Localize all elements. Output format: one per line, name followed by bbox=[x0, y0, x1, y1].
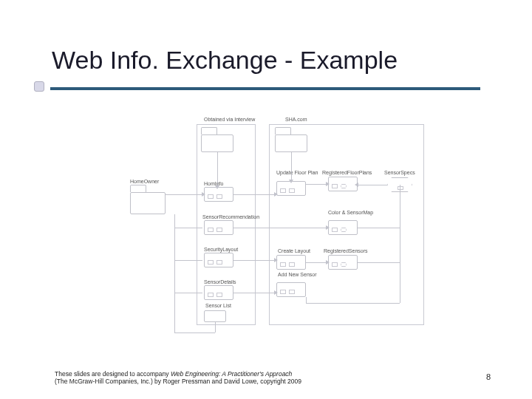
line-update-regfp bbox=[306, 184, 327, 185]
line-int-hom bbox=[217, 152, 218, 186]
homeowner-tab bbox=[130, 185, 146, 192]
line-ho-hom bbox=[166, 194, 202, 195]
footer-credit: These slides are designed to accompany W… bbox=[55, 370, 301, 386]
security-layout-label: SecurityLayout bbox=[204, 247, 238, 252]
update-fp-box bbox=[276, 181, 306, 196]
sha-label: SHA.com bbox=[285, 117, 307, 122]
sensor-specs-label: SensorSpecs bbox=[384, 170, 415, 175]
interview-tab bbox=[201, 127, 217, 134]
page-number: 8 bbox=[486, 372, 491, 381]
info-exchange-diagram: Obtained via Interview SHA.com HomeOwner… bbox=[130, 111, 433, 340]
reg-sensors-label: RegisteredSensors bbox=[324, 248, 368, 253]
line-ho-det bbox=[174, 293, 202, 293]
line-sha-update bbox=[291, 152, 292, 180]
line-ho-reco bbox=[174, 228, 202, 228]
hominfo-box bbox=[204, 187, 233, 202]
homeowner-label: HomeOwner bbox=[130, 179, 159, 184]
sensor-details-label: SensorDetails bbox=[204, 279, 236, 284]
title-rule bbox=[50, 87, 480, 90]
color-sensor-label: Color & SensorMap bbox=[328, 210, 373, 215]
update-fp-label: Update Floor Plan bbox=[276, 170, 318, 175]
reg-sensors-box bbox=[328, 255, 358, 270]
footer-line1b: Web Engineering: A Practitioner's Approa… bbox=[171, 370, 292, 378]
line-add-v bbox=[306, 297, 307, 303]
page-title: Web Info. Exchange - Example bbox=[52, 46, 398, 75]
obtained-label: Obtained via Interview bbox=[204, 117, 255, 122]
decorative-bullet bbox=[34, 81, 44, 92]
homeowner-box bbox=[130, 192, 166, 214]
sensor-details-box bbox=[204, 285, 233, 300]
security-layout-box bbox=[204, 253, 233, 267]
line-hom-update bbox=[233, 194, 275, 195]
sha-actor-box bbox=[275, 134, 307, 152]
sensor-list-box bbox=[204, 310, 226, 322]
line-specs-regfp bbox=[358, 185, 387, 185]
line-reco-color bbox=[233, 228, 327, 228]
footer-line1a: These slides are designed to accompany bbox=[55, 370, 171, 378]
line-list-v bbox=[215, 322, 216, 332]
add-sensor-label: Add New Sensor bbox=[278, 272, 317, 277]
line-create-regsens bbox=[306, 262, 327, 263]
footer-line2: (The McGraw-Hill Companies, Inc.) by Rog… bbox=[55, 378, 301, 385]
line-ho-list-h bbox=[174, 332, 215, 333]
line-specs-v bbox=[400, 185, 400, 303]
hominfo-label: HomInfo bbox=[204, 181, 223, 186]
line-add-specs bbox=[306, 303, 400, 304]
reg-floor-plans-box bbox=[328, 177, 358, 191]
line-det-add bbox=[233, 293, 275, 293]
line-sec-create bbox=[233, 260, 275, 261]
sensor-reco-box bbox=[204, 220, 233, 235]
color-sensor-box bbox=[328, 220, 358, 235]
line-ho-sec bbox=[174, 260, 202, 261]
add-sensor-box bbox=[276, 282, 306, 297]
sensor-list-label: Sensor List bbox=[205, 303, 231, 308]
reg-floor-plans-label: RegisteredFloorPlans bbox=[322, 170, 372, 175]
line-specs-color bbox=[358, 228, 400, 228]
sha-tab bbox=[275, 127, 291, 134]
create-layout-label: Create Layout bbox=[278, 248, 310, 253]
line-specs-regsens bbox=[358, 262, 400, 263]
interview-actor-box bbox=[201, 134, 233, 152]
sensor-reco-label: SensorRecommendation bbox=[202, 214, 259, 219]
create-layout-box bbox=[276, 255, 306, 270]
line-ho-v bbox=[174, 214, 175, 332]
